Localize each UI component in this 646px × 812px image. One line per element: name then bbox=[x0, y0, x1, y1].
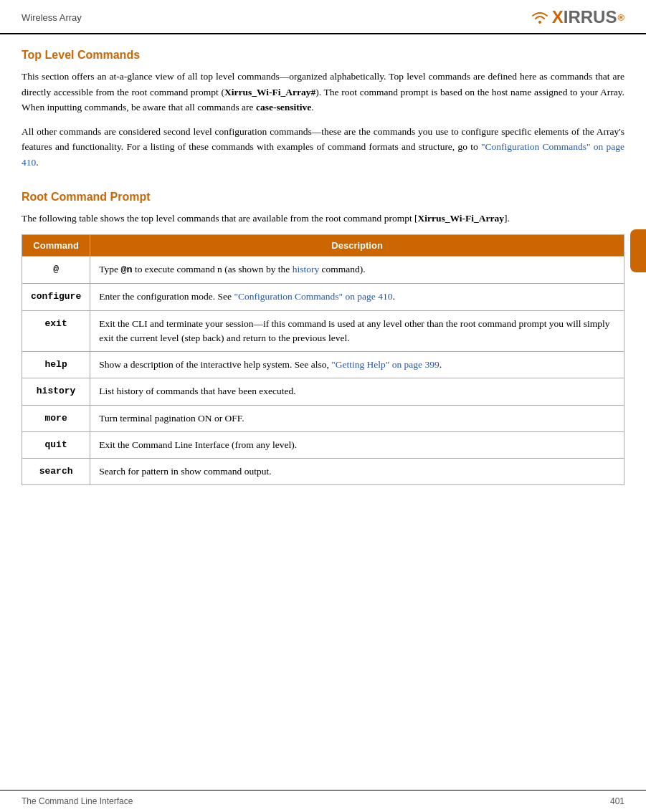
desc-help: Show a description of the interactive he… bbox=[90, 352, 624, 378]
desc-configure: Enter the configuration mode. See "Confi… bbox=[90, 284, 624, 310]
logo-x: X bbox=[552, 7, 564, 27]
table-row: search Search for pattern in show comman… bbox=[22, 459, 624, 485]
history-link-1[interactable]: history bbox=[293, 264, 320, 274]
logo-irrus: IRRUS bbox=[564, 7, 617, 27]
desc-history: List history of commands that have been … bbox=[90, 378, 624, 405]
intro-paragraph-2: All other commands are considered second… bbox=[22, 124, 624, 171]
intro-paragraph-1: This section offers an at-a-glance view … bbox=[22, 69, 624, 115]
footer-left: The Command Line Interface bbox=[22, 796, 133, 806]
footer-right: 401 bbox=[610, 796, 624, 806]
xirrus-wifi-icon bbox=[530, 9, 550, 26]
cmd-history: history bbox=[22, 378, 90, 405]
root-prompt: Xirrus_Wi-Fi_Array# bbox=[224, 87, 315, 97]
cmd-configure: configure bbox=[22, 284, 90, 310]
config-commands-link-2[interactable]: "Configuration Commands" on page 410 bbox=[234, 291, 392, 302]
cmd-quit: quit bbox=[22, 431, 90, 458]
xirrus-logo: XIRRUS ® bbox=[530, 7, 624, 27]
table-row: @ Type @n to execute command n (as shown… bbox=[22, 257, 624, 284]
table-row: quit Exit the Command Line Interface (fr… bbox=[22, 431, 624, 458]
cmd-search: search bbox=[22, 459, 90, 485]
root-command-intro: The following table shows the top level … bbox=[22, 211, 624, 226]
desc-exit: Exit the CLI and terminate your session—… bbox=[90, 310, 624, 352]
commands-table: Command Description @ Type @n to execute… bbox=[22, 234, 624, 485]
page-title: Top Level Commands bbox=[22, 49, 624, 62]
page-content: Top Level Commands This section offers a… bbox=[0, 34, 646, 500]
table-header-command: Command bbox=[22, 235, 90, 257]
table-row: history List history of commands that ha… bbox=[22, 378, 624, 405]
table-header-description: Description bbox=[90, 235, 624, 257]
table-row: configure Enter the configuration mode. … bbox=[22, 284, 624, 310]
config-commands-link[interactable]: "Configuration Commands" on page 410 bbox=[22, 141, 624, 168]
desc-search: Search for pattern in show command outpu… bbox=[90, 459, 624, 485]
table-row: exit Exit the CLI and terminate your ses… bbox=[22, 310, 624, 352]
logo-registered: ® bbox=[617, 12, 624, 23]
at-n-code: @n bbox=[120, 264, 132, 275]
desc-at: Type @n to execute command n (as shown b… bbox=[90, 257, 624, 284]
root-command-section-title: Root Command Prompt bbox=[22, 191, 624, 204]
cmd-at: @ bbox=[22, 257, 90, 284]
spacer-1 bbox=[22, 179, 624, 191]
desc-more: Turn terminal pagination ON or OFF. bbox=[90, 405, 624, 431]
page-footer: The Command Line Interface 401 bbox=[0, 790, 646, 812]
header-title: Wireless Array bbox=[22, 12, 82, 23]
case-sensitive-text: case-sensitive bbox=[256, 102, 311, 113]
cmd-help: help bbox=[22, 352, 90, 378]
cmd-more: more bbox=[22, 405, 90, 431]
desc-quit: Exit the Command Line Interface (from an… bbox=[90, 431, 624, 458]
side-tab bbox=[630, 229, 646, 272]
svg-point-0 bbox=[538, 21, 541, 24]
getting-help-link[interactable]: "Getting Help" on page 399 bbox=[331, 359, 440, 370]
array-name-inline: Xirrus_Wi-Fi_Array bbox=[418, 213, 504, 224]
table-row: help Show a description of the interacti… bbox=[22, 352, 624, 378]
cmd-exit: exit bbox=[22, 310, 90, 352]
table-row: more Turn terminal pagination ON or OFF. bbox=[22, 405, 624, 431]
page-header: Wireless Array XIRRUS ® bbox=[0, 0, 646, 34]
